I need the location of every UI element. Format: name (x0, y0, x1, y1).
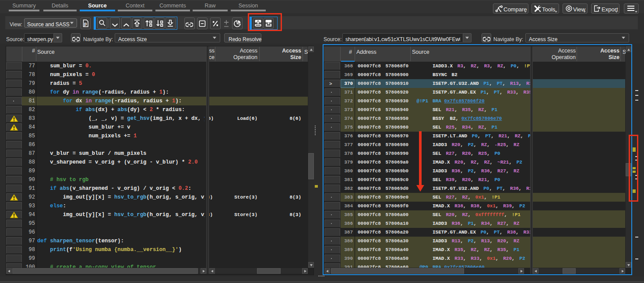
svg-text:p: p (84, 21, 87, 26)
